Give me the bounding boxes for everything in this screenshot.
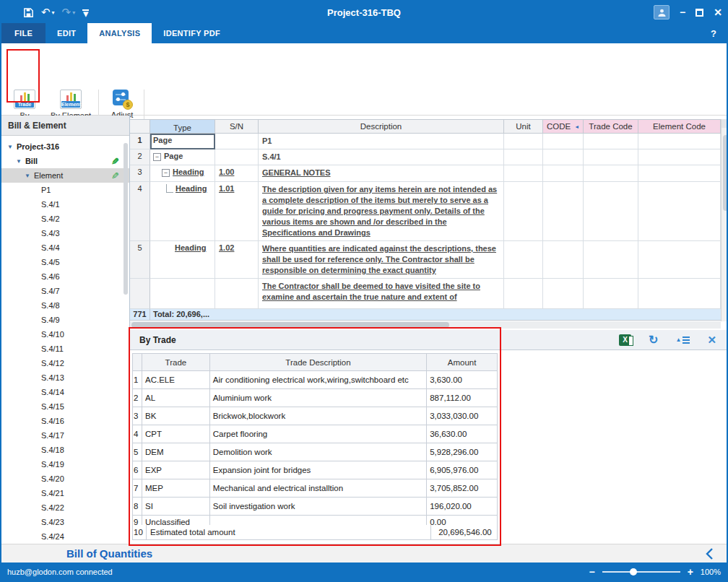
by-trade-row[interactable]: 2ALAluminium work887,112.00	[133, 389, 498, 407]
elem-cell[interactable]	[638, 134, 721, 149]
by-trade-row[interactable]: 8SISoil investigation work196,020.00	[133, 498, 498, 516]
table-row[interactable]: 5Heading1.02Where quantities are indicat…	[130, 241, 721, 279]
column-header-trade-code[interactable]: Trade Code	[584, 120, 638, 134]
trade-description-cell[interactable]: Aluminium work	[210, 389, 427, 407]
tree-item-project[interactable]: ▼ Project-316	[1, 139, 129, 154]
trade-cell[interactable]: SI	[142, 498, 210, 516]
description-cell[interactable]: Where quantities are indicated against t…	[259, 241, 504, 279]
row-number[interactable]	[130, 279, 150, 309]
tree-item-s-4-16[interactable]: S.4/16	[1, 414, 129, 428]
close-button[interactable]: ✕	[714, 6, 722, 18]
elem-cell[interactable]	[638, 149, 721, 165]
sort-panel-icon[interactable]: ▲	[676, 336, 690, 344]
type-cell[interactable]: Heading	[150, 182, 215, 241]
unit-cell[interactable]	[504, 279, 543, 309]
table-row[interactable]: 3−Heading1.00GENERAL NOTES	[130, 165, 721, 182]
sn-cell[interactable]	[215, 149, 259, 165]
tab-file[interactable]: FILE	[1, 23, 46, 43]
description-cell[interactable]: S.4/1	[259, 149, 504, 165]
user-account-button[interactable]	[654, 5, 670, 19]
by-trade-row[interactable]: 5DEMDemolition work5,928,296.00	[133, 443, 498, 461]
tree-item-p1[interactable]: P1	[1, 183, 129, 197]
trade-cell[interactable]: Unclassified	[142, 516, 210, 525]
column-header-amount[interactable]: Amount	[427, 354, 498, 371]
amount-cell[interactable]: 3,705,852.00	[427, 479, 498, 498]
code-cell[interactable]	[543, 134, 584, 149]
trade-cell[interactable]	[584, 182, 638, 241]
amount-cell[interactable]: 3,033,030.00	[427, 407, 498, 425]
code-cell[interactable]	[543, 149, 584, 165]
by-trade-row[interactable]: 3BKBrickwok,blockwork3,033,030.00	[133, 407, 498, 425]
description-cell[interactable]: The Contractor shall be deemed to have v…	[259, 279, 504, 309]
tree-item-s-4-11[interactable]: S.4/11	[1, 342, 129, 356]
trade-cell[interactable]: AC.ELE	[142, 371, 210, 389]
trade-description-cell[interactable]: Expansion joint for bridges	[210, 461, 427, 479]
tree-expand-icon[interactable]: ▼	[7, 144, 13, 150]
tree-expand-icon[interactable]: ▼	[16, 158, 22, 165]
by-trade-total-row[interactable]: 10Estimated total amount20,696,546.00	[133, 525, 498, 540]
by-trade-row[interactable]: 7MEPMechanical and electrical installtio…	[133, 479, 498, 498]
column-header-code[interactable]: CODE ◄	[543, 120, 584, 134]
row-number[interactable]: 1	[130, 134, 150, 149]
amount-cell[interactable]: 36,630.00	[427, 425, 498, 443]
column-header-type[interactable]: Type	[150, 120, 215, 134]
trade-cell[interactable]	[584, 165, 638, 182]
table-row[interactable]: 2−PageS.4/1	[130, 149, 721, 165]
zoom-slider[interactable]	[602, 571, 680, 573]
unit-cell[interactable]	[504, 149, 543, 165]
minimize-button[interactable]: −	[680, 6, 685, 18]
trade-cell[interactable]: MEP	[142, 479, 210, 498]
trade-cell[interactable]	[584, 241, 638, 279]
by-trade-row[interactable]: 1AC.ELEAir conditioning electrical work,…	[133, 371, 498, 389]
type-cell[interactable]: Heading	[150, 241, 215, 279]
trade-cell[interactable]: EXP	[142, 461, 210, 479]
amount-cell[interactable]: 196,020.00	[427, 498, 498, 516]
row-number[interactable]: 5	[130, 241, 150, 279]
scrollbar-thumb[interactable]	[131, 322, 449, 328]
export-excel-icon[interactable]: X	[619, 334, 631, 346]
column-header-sn[interactable]: S/N	[215, 120, 259, 134]
tree-item-s-4-2[interactable]: S.4/2	[1, 212, 129, 226]
column-header-trade-description[interactable]: Trade Description	[210, 354, 427, 371]
trade-description-cell[interactable]: Soil investigation work	[210, 498, 427, 516]
tree-item-s-4-21[interactable]: S.4/21	[1, 486, 129, 500]
trade-description-cell[interactable]: Carpet flooring	[210, 425, 427, 443]
tree-item-s-4-1[interactable]: S.4/1	[1, 197, 129, 212]
tree-item-s-4-23[interactable]: S.4/23	[1, 515, 129, 529]
description-cell[interactable]: P1	[259, 134, 504, 149]
column-header-element-code[interactable]: Element Code	[638, 120, 721, 134]
tab-edit[interactable]: EDIT	[46, 23, 87, 43]
sn-cell[interactable]	[215, 279, 259, 309]
trade-cell[interactable]: CPT	[142, 425, 210, 443]
collapse-icon[interactable]: −	[162, 169, 170, 177]
amount-cell[interactable]: 6,905,976.00	[427, 461, 498, 479]
column-header-trade[interactable]: Trade	[142, 354, 210, 371]
description-cell[interactable]: GENERAL NOTES	[259, 165, 504, 182]
tree-item-s-4-24[interactable]: S.4/24	[1, 529, 129, 544]
trade-description-cell[interactable]: Demolition work	[210, 443, 427, 461]
amount-cell[interactable]: 887,112.00	[427, 389, 498, 407]
amount-cell[interactable]: 0.00	[427, 516, 498, 525]
trade-description-cell[interactable]	[210, 516, 427, 525]
scrollbar-thumb[interactable]	[723, 135, 728, 211]
tab-identify-pdf[interactable]: IDENTIFY PDF	[152, 23, 232, 43]
row-number[interactable]: 3	[130, 165, 150, 182]
trade-cell[interactable]	[584, 279, 638, 309]
tree-item-s-4-3[interactable]: S.4/3	[1, 226, 129, 240]
code-cell[interactable]	[543, 165, 584, 182]
edit-pencil-icon[interactable]: ✎	[111, 170, 119, 181]
tree-item-s-4-20[interactable]: S.4/20	[1, 472, 129, 486]
trade-cell[interactable]: AL	[142, 389, 210, 407]
type-cell[interactable]: −Heading	[150, 165, 215, 182]
elem-cell[interactable]	[638, 241, 721, 279]
tree-item-s-4-15[interactable]: S.4/15	[1, 399, 129, 414]
sidebar-scrollbar[interactable]	[124, 143, 128, 295]
tree-item-s-4-12[interactable]: S.4/12	[1, 356, 129, 370]
trade-description-cell[interactable]: Air conditioning electrical work,wiring,…	[210, 371, 427, 389]
trade-cell[interactable]	[584, 134, 638, 149]
tree-item-s-4-8[interactable]: S.4/8	[1, 298, 129, 313]
trade-cell[interactable]: BK	[142, 407, 210, 425]
collapse-chevron-icon[interactable]	[705, 547, 714, 563]
main-table-vertical-scrollbar[interactable]	[721, 119, 728, 321]
table-row[interactable]: 1PageP1	[130, 134, 721, 149]
